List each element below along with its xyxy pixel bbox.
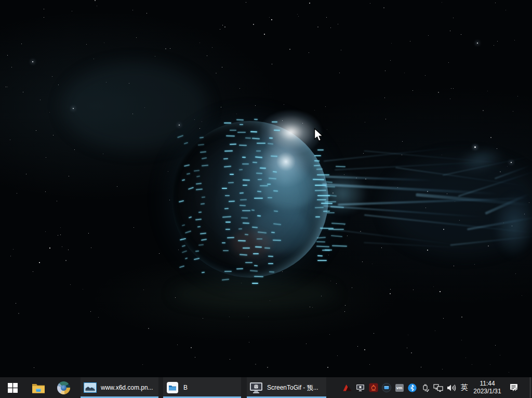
- browser-swirl-icon: [57, 381, 70, 394]
- blue-app-icon[interactable]: [380, 377, 393, 398]
- clock-date: 2023/1/31: [473, 388, 501, 395]
- clock-time: 11:44: [480, 380, 495, 388]
- wired-network-icon[interactable]: [432, 377, 445, 398]
- vmware-label: vm: [395, 384, 404, 392]
- red-swoosh-icon[interactable]: [341, 377, 354, 398]
- nebula-haze: [62, 62, 208, 150]
- start-button[interactable]: [0, 377, 25, 398]
- taskbar-window-screentogif[interactable]: ScreenToGif - 预...: [247, 377, 326, 398]
- photo-viewer-icon: [84, 382, 97, 393]
- taskbar: www.x6d.com.pn... B S: [0, 377, 532, 398]
- bluetooth-icon[interactable]: [406, 377, 419, 398]
- system-tray: vm: [341, 377, 471, 398]
- show-desktop-button[interactable]: [530, 377, 532, 398]
- sunflower-remote-icon[interactable]: [367, 377, 380, 398]
- usb-eject-icon[interactable]: [419, 377, 432, 398]
- planet-under-glow: [171, 280, 338, 307]
- display-icon[interactable]: [354, 377, 367, 398]
- vmware-icon[interactable]: vm: [393, 377, 406, 398]
- pinned-file-explorer[interactable]: [26, 377, 51, 398]
- action-center-button[interactable]: [506, 377, 522, 398]
- taskbar-window-label: B: [183, 384, 188, 391]
- action-center-icon: [509, 383, 518, 392]
- file-explorer-icon: [32, 382, 45, 393]
- taskbar-window-folder-b[interactable]: B: [163, 377, 241, 398]
- sun-glint: [260, 110, 322, 155]
- taskbar-window-label: ScreenToGif - 预...: [267, 383, 318, 392]
- folder-window-icon: [166, 381, 179, 394]
- mouse-cursor: [314, 128, 324, 142]
- desktop-wallpaper[interactable]: [0, 0, 532, 377]
- taskbar-clock[interactable]: 11:44 2023/1/31: [466, 377, 509, 398]
- taskbar-window-label: www.x6d.com.pn...: [101, 384, 153, 391]
- volume-icon[interactable]: [445, 377, 458, 398]
- screentogif-icon: [249, 382, 263, 394]
- taskbar-window-photo-viewer[interactable]: www.x6d.com.pn...: [81, 377, 158, 398]
- windows-logo-icon: [8, 383, 18, 393]
- pinned-browser[interactable]: [51, 377, 76, 398]
